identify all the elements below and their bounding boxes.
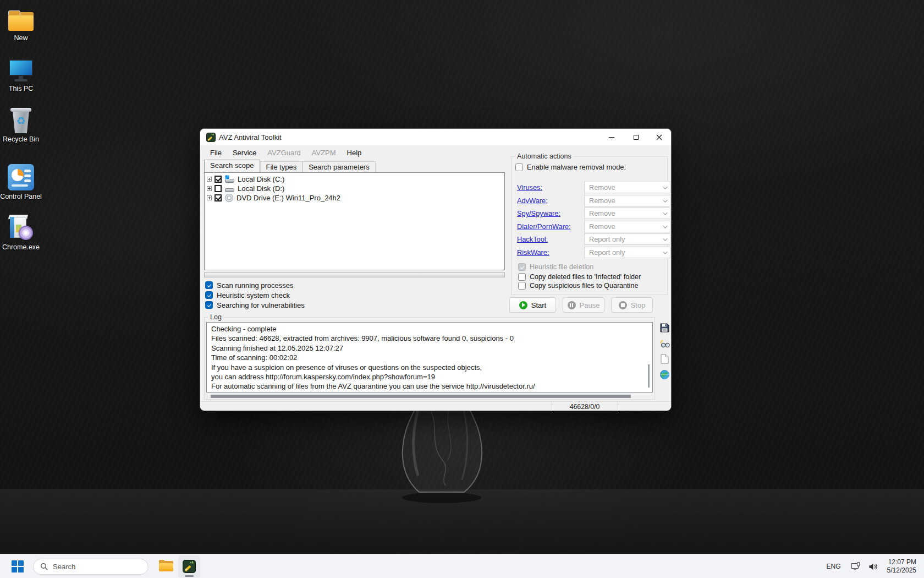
option-scan-processes[interactable]: Scan running processes <box>205 281 293 290</box>
log-line: If you have a suspicion on presence of v… <box>211 363 648 372</box>
desktop-icon-chrome-exe[interactable]: Chrome.exe <box>0 214 42 251</box>
new-document-button[interactable] <box>658 353 670 365</box>
drive-icon <box>225 184 234 193</box>
save-log-button[interactable] <box>658 321 670 334</box>
checkbox-checked-icon[interactable] <box>205 301 213 309</box>
dvd-e-checkbox[interactable] <box>215 194 222 201</box>
menu-avzpm: AVZPM <box>306 147 342 159</box>
log-line: Files scanned: 46628, extracted from arc… <box>211 334 648 343</box>
checkbox-unchecked-icon[interactable] <box>515 163 523 171</box>
checkbox-unchecked-icon[interactable] <box>518 273 526 281</box>
desktop-icon-label: Chrome.exe <box>0 243 42 251</box>
menu-bar: File Service AVZGuard AVZPM Help <box>205 146 367 159</box>
desktop-icon-new[interactable]: New <box>0 4 42 42</box>
menu-service[interactable]: Service <box>227 147 262 159</box>
option-label: Searching for vulnerabilities <box>217 301 305 309</box>
avz-app-icon <box>206 133 216 142</box>
avz-app-icon <box>183 560 196 573</box>
checkbox-checked-icon[interactable] <box>205 281 213 289</box>
avz-taskbar-button[interactable] <box>178 555 200 577</box>
desktop-icon-this-pc[interactable]: This PC <box>0 55 42 92</box>
title-bar[interactable]: AVZ Antiviral Toolkit <box>200 129 671 145</box>
stop-button[interactable]: Stop <box>611 297 653 313</box>
scrollbar-thumb[interactable] <box>211 395 631 398</box>
expand-icon[interactable] <box>207 186 212 191</box>
desktop-icon-control-panel[interactable]: Control Panel <box>0 163 42 200</box>
start-menu-button[interactable] <box>7 555 29 577</box>
adware-link[interactable]: AdvWare: <box>517 197 548 205</box>
riskware-link[interactable]: RiskWare: <box>517 248 549 257</box>
menu-file[interactable]: File <box>205 147 227 159</box>
desktop-icon-label: Control Panel <box>0 193 42 200</box>
drive-c-checkbox[interactable] <box>215 176 222 183</box>
tree-item-label: Local Disk (C:) <box>238 175 284 183</box>
log-line: Checking - complete <box>211 324 648 334</box>
option-vulnerabilities[interactable]: Searching for vulnerabilities <box>205 301 305 309</box>
volume-icon[interactable] <box>868 563 878 571</box>
option-copy-quarantine[interactable]: Copy suspicious files to Quarantine <box>518 281 638 290</box>
chevron-down-icon <box>663 236 667 241</box>
tab-file-types[interactable]: File types <box>260 161 303 172</box>
tab-search-parameters[interactable]: Search parameters <box>302 161 376 172</box>
hacktool-link[interactable]: HackTool: <box>517 235 548 243</box>
desktop-icon-recycle-bin[interactable]: ♻ Recycle Bin <box>0 106 42 143</box>
minimize-button[interactable] <box>600 129 624 145</box>
expand-icon[interactable] <box>207 177 212 182</box>
start-button[interactable]: Start <box>509 297 556 313</box>
log-output[interactable]: Checking - complete Files scanned: 46628… <box>206 322 653 392</box>
file-explorer-icon <box>159 561 173 572</box>
taskbar: Search ENG <box>0 554 924 578</box>
option-label: Scan running processes <box>217 281 293 290</box>
group-title: Automatic actions <box>515 152 574 160</box>
spyware-dropdown[interactable]: Remove <box>584 208 670 219</box>
option-label: Heuristic system check <box>217 291 290 299</box>
desktop-icon-label: New <box>0 34 42 42</box>
action-row-viruses: Viruses: Remove <box>517 182 664 193</box>
log-line: For automatic scanning of files from the… <box>211 381 648 391</box>
taskbar-search[interactable]: Search <box>33 559 148 575</box>
monitor-icon <box>8 59 34 83</box>
adware-dropdown[interactable]: Remove <box>584 195 670 206</box>
close-button[interactable] <box>647 129 671 145</box>
expand-icon[interactable] <box>207 195 212 200</box>
tab-search-scope[interactable]: Search scope <box>204 160 260 172</box>
stop-icon <box>619 301 627 309</box>
option-heuristic-deletion: Heuristic file deletion <box>518 263 593 271</box>
pause-button[interactable]: Pause <box>563 297 604 313</box>
enable-removal-mode[interactable]: Enable malware removal mode: <box>515 163 626 171</box>
minimize-icon <box>609 137 614 138</box>
web-service-button[interactable] <box>658 368 670 380</box>
tree-row-drive-c[interactable]: Local Disk (C:) <box>207 175 284 184</box>
checkbox-unchecked-icon[interactable] <box>518 282 526 290</box>
maximize-button[interactable] <box>624 129 648 145</box>
log-line: Time of scanning: 00:02:02 <box>211 353 648 362</box>
menu-avzguard: AVZGuard <box>262 147 306 159</box>
vertical-scrollbar[interactable] <box>648 364 650 388</box>
menu-help[interactable]: Help <box>342 147 367 159</box>
drive-d-checkbox[interactable] <box>215 185 222 192</box>
automatic-actions-group: Automatic actions Enable malware removal… <box>511 156 668 295</box>
option-copy-infected[interactable]: Copy deleted files to 'Infected' folder <box>518 272 641 281</box>
tree-row-drive-d[interactable]: Local Disk (D:) <box>207 184 284 193</box>
network-icon[interactable] <box>851 562 861 571</box>
viruses-link[interactable]: Viruses: <box>517 183 542 192</box>
riskware-dropdown[interactable]: Report only <box>584 247 670 258</box>
search-wizard-button[interactable] <box>658 337 670 350</box>
spyware-link[interactable]: Spy/Spyware: <box>517 209 560 217</box>
checkbox-checked-icon[interactable] <box>205 291 213 299</box>
tree-row-dvd-e[interactable]: DVD Drive (E:) Win11_Pro_24h2 <box>207 193 340 203</box>
maximize-icon <box>634 135 639 140</box>
option-heuristic-check[interactable]: Heuristic system check <box>205 291 290 299</box>
dialer-dropdown[interactable]: Remove <box>584 221 670 232</box>
system-drive-icon <box>225 175 234 183</box>
file-explorer-button[interactable] <box>155 555 177 577</box>
viruses-dropdown[interactable]: Remove <box>584 182 670 193</box>
pause-icon <box>568 301 576 309</box>
dialer-link[interactable]: Dialer/PornWare: <box>517 222 571 231</box>
system-tray: ENG 12:07 PM 5/12/2025 <box>827 554 924 578</box>
language-indicator[interactable]: ENG <box>827 563 841 570</box>
horizontal-scrollbar[interactable] <box>206 394 653 399</box>
hacktool-dropdown[interactable]: Report only <box>584 233 670 245</box>
chevron-down-icon <box>663 198 667 202</box>
taskbar-clock[interactable]: 12:07 PM 5/12/2025 <box>887 558 916 575</box>
